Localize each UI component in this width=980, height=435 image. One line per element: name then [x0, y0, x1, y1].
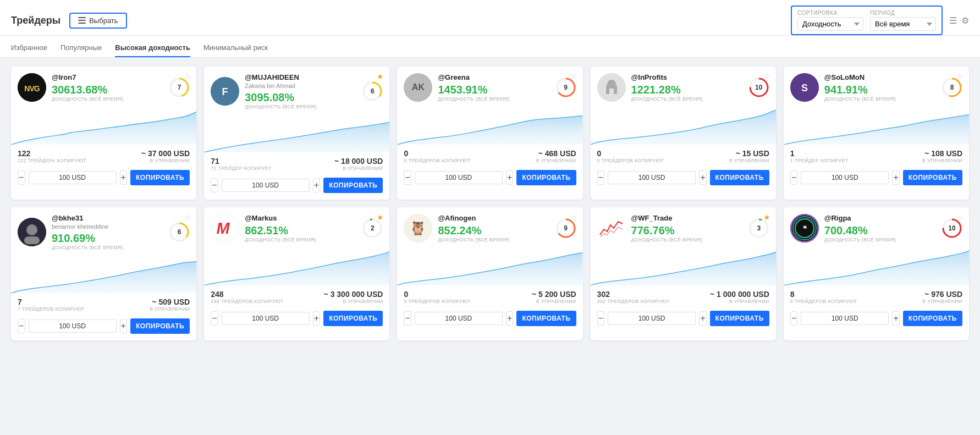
plus-button[interactable]: +	[313, 311, 321, 326]
trader-name: @Afinogen	[438, 214, 549, 222]
list-view-button[interactable]: ☰	[949, 15, 957, 26]
card-header: M @Markus 862.51% ДОХОДНОСТЬ (ВСЁ ВРЕМЯ)…	[204, 207, 389, 245]
star-icon[interactable]: ☆	[763, 72, 770, 81]
sort-controls: СОРТИРОВКА Доходность Риск Популярность …	[791, 5, 969, 35]
minus-button[interactable]: −	[404, 311, 411, 326]
managed-block: ~ 15 USD В УПРАВЛЕНИИ	[729, 149, 769, 163]
managed-label: В УПРАВЛЕНИИ	[532, 299, 576, 304]
copy-button[interactable]: КОПИРОВАТЬ	[903, 170, 962, 185]
star-icon[interactable]: ☆	[570, 72, 577, 81]
card-info: @MUJAHIDEEN Zakaria bin Ahmad 3095.08% Д…	[245, 73, 356, 109]
minus-button[interactable]: −	[790, 311, 798, 326]
svg-rect-0	[78, 17, 86, 18]
chart-svg	[11, 106, 196, 145]
star-icon[interactable]: ★	[763, 213, 770, 222]
star-icon[interactable]: ☆	[184, 213, 191, 222]
managed-label: В УПРАВЛЕНИИ	[324, 299, 383, 304]
copiers-label: 71 ТРЕЙДЕР КОПИРУЕТ	[211, 166, 272, 171]
star-icon[interactable]: ☆	[570, 213, 577, 222]
star-icon[interactable]: ☆	[184, 72, 191, 81]
chart-area	[784, 106, 969, 145]
star-icon[interactable]: ★	[377, 72, 384, 81]
card-actions: − + КОПИРОВАТЬ	[784, 166, 969, 192]
period-select[interactable]: Всё время Год Месяц Неделя	[870, 17, 936, 31]
copy-button[interactable]: КОПИРОВАТЬ	[130, 170, 190, 185]
tab-popular[interactable]: Популярные	[60, 40, 102, 57]
qty-input[interactable]	[29, 320, 117, 333]
card-actions: − + КОПИРОВАТЬ	[11, 314, 196, 340]
plus-button[interactable]: +	[892, 311, 900, 326]
minus-button[interactable]: −	[18, 319, 25, 333]
minus-button[interactable]: −	[597, 170, 605, 185]
svg-point-24	[26, 224, 37, 235]
qty-input[interactable]	[608, 171, 696, 184]
minus-button[interactable]: −	[18, 170, 25, 185]
copy-button[interactable]: КОПИРОВАТЬ	[323, 178, 383, 193]
trader-name: @MUJAHIDEEN	[245, 73, 356, 81]
return-label: ДОХОДНОСТЬ (ВСЁ ВРЕМЯ)	[824, 96, 936, 102]
managed-block: ~ 468 USD В УПРАВЛЕНИИ	[536, 149, 576, 163]
plus-button[interactable]: +	[120, 170, 128, 185]
qty-input[interactable]	[608, 312, 696, 325]
return-pct: 1221.28%	[631, 84, 743, 96]
svg-point-15	[607, 80, 616, 89]
minus-button[interactable]: −	[211, 311, 218, 326]
copy-button[interactable]: КОПИРОВАТЬ	[710, 311, 769, 326]
card-header: S @SoLoMoN 941.91% ДОХОДНОСТЬ (ВСЁ ВРЕМЯ…	[784, 67, 969, 104]
minus-button[interactable]: −	[404, 170, 411, 185]
qty-input[interactable]	[801, 171, 889, 184]
return-label: ДОХОДНОСТЬ (ВСЁ ВРЕМЯ)	[245, 237, 356, 243]
chart-svg	[591, 247, 776, 285]
qty-input[interactable]	[222, 312, 310, 325]
minus-button[interactable]: −	[211, 178, 218, 192]
copiers-count: 0	[404, 290, 471, 299]
plus-button[interactable]: +	[313, 178, 321, 192]
trader-name: @Iron7	[52, 73, 163, 81]
qty-input[interactable]	[222, 179, 310, 192]
minus-button[interactable]: −	[790, 170, 798, 185]
qty-input[interactable]	[801, 312, 889, 325]
qty-input[interactable]	[29, 171, 117, 184]
tab-high-yield[interactable]: Высокая доходность	[115, 40, 190, 57]
tab-favorites[interactable]: Избранное	[11, 40, 47, 57]
copy-button[interactable]: КОПИРОВАТЬ	[710, 170, 769, 185]
trader-card-bkhe31: @bkhe31 benamor kheireddine 910.69% ДОХО…	[11, 207, 196, 340]
plus-button[interactable]: +	[699, 311, 707, 326]
card-stats: 8 8 ТРЕЙДЕРОВ КОПИРУЮТ ~ 976 USD В УПРАВ…	[784, 285, 969, 306]
sort-select[interactable]: Доходность Риск Популярность	[797, 17, 863, 31]
copy-button[interactable]: КОПИРОВАТЬ	[323, 311, 383, 326]
chart-area	[204, 114, 389, 152]
period-label: ПЕРИОД	[870, 10, 936, 16]
star-icon[interactable]: ★	[377, 213, 384, 222]
card-actions: − + КОПИРОВАТЬ	[591, 166, 776, 192]
minus-button[interactable]: −	[597, 311, 605, 326]
settings-button[interactable]: ⚙	[961, 15, 969, 26]
qty-input[interactable]	[415, 312, 503, 325]
plus-button[interactable]: +	[506, 170, 514, 185]
trader-subname: benamor kheireddine	[52, 223, 163, 230]
copy-button[interactable]: КОПИРОВАТЬ	[130, 318, 190, 334]
copiers-label: 0 ТРЕЙДЕРОВ КОПИРУЮТ	[404, 299, 471, 304]
card-header: AK @Greena 1453.91% ДОХОДНОСТЬ (ВСЁ ВРЕМ…	[397, 67, 582, 104]
card-info: @Greena 1453.91% ДОХОДНОСТЬ (ВСЁ ВРЕМЯ)	[438, 73, 549, 102]
managed-amount: ~ 108 USD	[922, 149, 962, 158]
plus-button[interactable]: +	[892, 170, 900, 185]
copy-button[interactable]: КОПИРОВАТЬ	[516, 311, 576, 326]
copiers-label: 7 ТРЕЙДЕРОВ КОПИРУЮТ	[18, 306, 85, 312]
copy-button[interactable]: КОПИРОВАТЬ	[516, 170, 576, 185]
tab-min-risk[interactable]: Минимальный риск	[203, 40, 268, 57]
star-icon[interactable]: ☆	[956, 213, 964, 222]
plus-button[interactable]: +	[120, 319, 128, 333]
managed-amount: ~ 3 300 000 USD	[324, 290, 383, 299]
star-icon[interactable]: ☆	[956, 72, 964, 81]
plus-button[interactable]: +	[506, 311, 514, 326]
risk-badge: 6	[169, 222, 190, 243]
plus-button[interactable]: +	[699, 170, 707, 185]
managed-label: В УПРАВЛЕНИИ	[922, 299, 962, 304]
qty-input[interactable]	[415, 171, 503, 184]
managed-label: В УПРАВЛЕНИИ	[334, 166, 383, 171]
copy-button[interactable]: КОПИРОВАТЬ	[903, 311, 962, 326]
select-button[interactable]: Выбрать	[69, 13, 126, 29]
risk-badge: 6	[362, 81, 383, 102]
chart-area	[11, 106, 196, 145]
